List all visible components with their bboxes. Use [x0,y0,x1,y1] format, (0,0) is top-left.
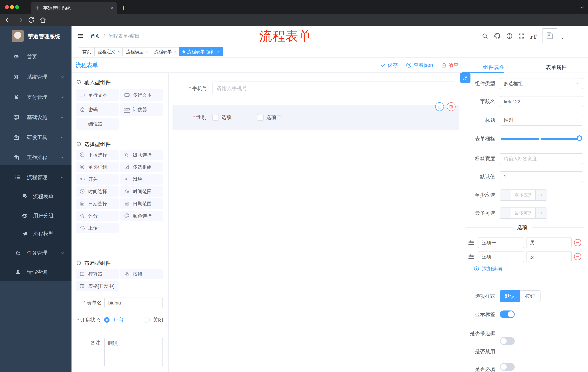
palette-item-cascader[interactable]: 级联选择 [120,149,163,160]
sidebar-item-process-model[interactable]: 流程模型 [0,227,72,241]
default-value-input[interactable] [500,171,583,182]
search-icon[interactable] [482,33,488,39]
palette-item-switch[interactable]: 开关 [76,174,119,185]
palette-item-editor[interactable]: 编辑器 [76,118,119,130]
min-select-input[interactable] [511,190,536,201]
checkbox-icon[interactable] [212,114,219,121]
browser-tab[interactable]: 芋道管理系统 × [31,2,117,14]
field-name-input[interactable] [500,96,583,107]
disabled-toggle[interactable] [500,363,515,371]
option-style-button[interactable]: 按钮 [520,290,541,302]
close-icon[interactable]: × [217,49,220,54]
traffic-light-zoom[interactable] [15,5,19,9]
palette-item-checkbox-group[interactable]: 多选框组 [120,162,163,172]
palette-item-upload[interactable]: 上传 [76,223,119,233]
forward-icon[interactable] [16,16,23,24]
palette-item-date-range[interactable]: 日期范围 [120,198,163,209]
sidebar-item-user-group[interactable]: 用户分组 [0,208,72,223]
form-name-input[interactable] [104,298,163,308]
help-icon[interactable] [506,33,513,39]
sidebar-item-workflow[interactable]: 工作流程 [0,150,72,165]
palette-item-counter[interactable]: 123 计数器 [120,103,163,116]
view-json-button[interactable]: 查看json [406,62,433,69]
sidebar-collapse-icon[interactable] [77,33,84,39]
palette-item-color-picker[interactable]: 颜色选择 [120,211,163,221]
checkbox-icon[interactable] [257,114,264,121]
palette-item-date-picker[interactable]: 日期选择 [76,198,119,209]
font-size-icon[interactable]: ᴛT [530,33,537,40]
sidebar-item-process-mgmt[interactable]: 流程管理 [0,170,72,185]
page-tab-process-form[interactable]: 流程表单 × [151,47,180,56]
close-icon[interactable]: × [146,49,148,54]
tab-component-props[interactable]: 组件属性 [483,64,504,71]
tab-form-props[interactable]: 表单属性 [546,64,567,71]
delete-component-button[interactable] [447,102,456,111]
back-icon[interactable] [5,16,12,24]
sidebar-item-task-mgmt[interactable]: 任务管理 [0,246,72,260]
github-icon[interactable] [494,32,501,39]
close-icon[interactable]: × [174,49,176,54]
palette-item-row-container[interactable]: 行容器 [76,269,119,279]
sidebar-item-system[interactable]: 系统管理 [0,70,72,84]
sidebar-item-leave-query[interactable]: 请假查询 [0,265,72,279]
border-toggle[interactable] [500,337,515,345]
option-label-input[interactable] [478,251,524,262]
add-option-button[interactable]: 添加选项 [473,265,502,272]
avatar[interactable] [543,28,557,43]
label-width-input[interactable] [500,153,583,164]
remove-option-button[interactable]: − [574,253,581,260]
palette-item-radio-group[interactable]: 单选框组 [76,162,119,172]
clear-button[interactable]: 清空 [441,62,459,69]
component-type-select[interactable]: 多选框组 [500,78,583,89]
max-select-input[interactable] [511,207,536,219]
home-icon[interactable] [39,16,47,24]
breadcrumb-root[interactable]: 首页 [90,33,100,39]
show-label-toggle[interactable] [500,310,515,318]
drag-handle-icon[interactable] [468,239,475,246]
grid-slider-knob[interactable] [577,135,582,141]
palette-item-slider[interactable]: 滑块 [120,174,163,185]
option-value-input[interactable] [526,237,572,248]
stepper-plus-button[interactable]: + [536,207,547,219]
gender-option-label[interactable]: 选项一 [221,114,237,121]
status-off-label[interactable]: 关闭 [153,317,163,323]
option-label-input[interactable] [478,237,524,248]
palette-item-table[interactable]: 表格[开发中] [76,281,119,291]
fullscreen-icon[interactable] [518,33,525,39]
drag-handle-icon[interactable] [468,253,475,260]
palette-item-time-picker[interactable]: 时间选择 [76,186,119,197]
page-tab-home[interactable]: 首页 [79,47,95,56]
palette-item-textarea[interactable]: 多行文本 [120,89,163,101]
tab-search-chevron-icon[interactable] [580,5,585,10]
gender-option-label[interactable]: 选项二 [266,114,282,121]
close-icon[interactable]: × [117,49,120,54]
page-tab-process-form-edit[interactable]: 流程表单-编辑 × [179,47,223,56]
palette-item-button[interactable]: 按钮 [120,269,163,279]
palette-item-rate[interactable]: 评分 [76,211,119,221]
sidebar-item-payment[interactable]: ¥ 支付管理 [0,90,72,105]
status-on-label[interactable]: 开启 [113,317,123,323]
sidebar-item-devtools[interactable]: 研发工具 [0,130,72,145]
option-value-input[interactable] [526,251,572,262]
palette-item-select[interactable]: 下拉选择 [76,149,119,160]
remove-option-button[interactable]: − [574,239,581,246]
palette-item-time-range[interactable]: 时间范围 [120,186,163,197]
close-tab-icon[interactable]: × [111,6,113,10]
sidebar-item-infrastructure[interactable]: 基础设施 [0,110,72,125]
avatar-caret-icon[interactable] [560,36,565,41]
radio-on-icon[interactable] [104,317,110,323]
save-button[interactable]: 保存 [380,62,398,69]
palette-item-single-text[interactable]: 单行文本 [76,89,119,101]
phone-input[interactable] [212,82,455,95]
stepper-minus-button[interactable]: − [500,190,511,201]
palette-item-password[interactable]: 密码 [76,103,119,116]
stepper-minus-button[interactable]: − [500,207,511,219]
traffic-light-minimize[interactable] [10,5,14,9]
page-tab-process-definition[interactable]: 流程定义 × [94,47,124,56]
radio-off-icon[interactable] [144,317,150,323]
sidebar-item-process-form[interactable]: 流程表单 [0,189,72,204]
page-tab-process-model[interactable]: 流程模型 × [122,47,152,56]
sidebar-item-home[interactable]: 首页 [0,50,72,64]
copy-component-button[interactable] [435,102,444,111]
title-input[interactable] [500,115,583,126]
